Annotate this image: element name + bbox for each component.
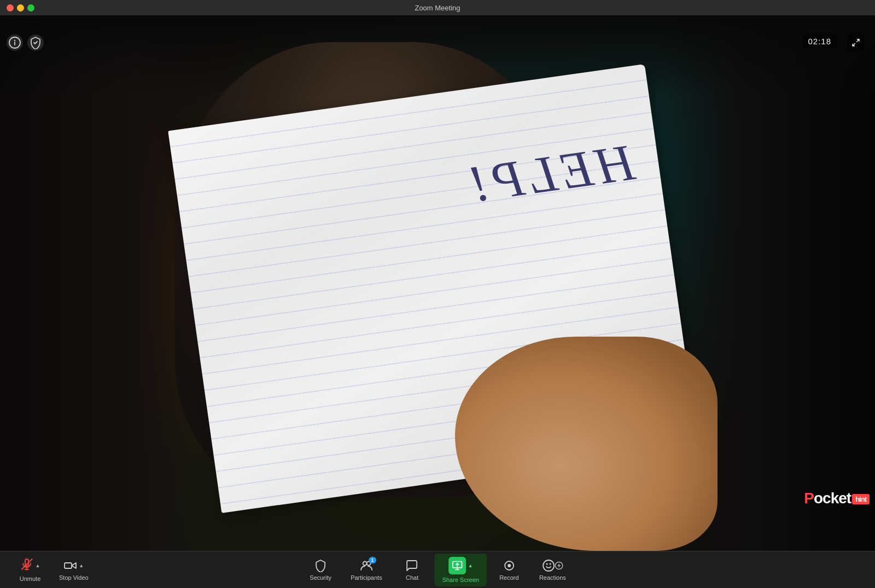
video-icon	[63, 559, 77, 572]
window-title: Zoom Meeting	[415, 4, 460, 12]
chat-icon-wrap	[406, 559, 419, 572]
reactions-plus-icon	[555, 561, 563, 570]
svg-line-3	[856, 39, 859, 42]
toolbar-center: Security 1 Participants Chat	[301, 554, 574, 586]
unmute-icon-wrap: ▲	[20, 558, 40, 573]
security-icon	[314, 559, 327, 572]
microphone-icon	[20, 558, 33, 571]
svg-rect-8	[65, 563, 72, 568]
chat-icon	[406, 559, 419, 572]
info-icon	[8, 36, 21, 49]
meeting-timer: 02:18	[802, 34, 837, 48]
participants-button[interactable]: 1 Participants	[343, 556, 389, 584]
share-screen-chevron[interactable]: ▲	[468, 563, 473, 568]
minimize-button[interactable]	[17, 4, 24, 11]
unmute-button[interactable]: ▲ Unmute	[11, 555, 49, 585]
share-screen-icon-wrap: ▲	[448, 557, 473, 574]
reactions-label: Reactions	[539, 574, 566, 581]
stop-video-label: Stop Video	[59, 574, 89, 581]
reactions-button[interactable]: Reactions	[532, 556, 574, 584]
title-bar: Zoom Meeting	[0, 0, 875, 15]
watermark: Pockethint	[804, 490, 870, 507]
security-icon-wrap	[314, 559, 327, 572]
record-button[interactable]: Record	[490, 556, 528, 584]
reactions-icon-wrap	[542, 559, 563, 572]
shield-icon-top	[29, 36, 42, 49]
chat-label: Chat	[406, 574, 418, 581]
record-icon	[503, 559, 516, 572]
video-background: HELP!	[0, 15, 875, 551]
maximize-button[interactable]	[27, 4, 34, 11]
bg-left	[0, 15, 192, 551]
svg-rect-5	[25, 559, 28, 566]
stop-video-icon-wrap: ▲	[63, 559, 84, 572]
security-label: Security	[310, 574, 331, 581]
participants-icon-wrap: 1	[360, 559, 373, 572]
share-screen-icon	[452, 560, 463, 571]
svg-point-16	[508, 564, 511, 567]
stop-video-button[interactable]: ▲ Stop Video	[51, 556, 96, 584]
chat-button[interactable]: Chat	[393, 556, 431, 584]
info-button[interactable]	[7, 34, 23, 51]
security-button[interactable]: Security	[301, 556, 340, 584]
shield-button[interactable]	[27, 34, 44, 51]
video-area: HELP! 02:18	[0, 15, 875, 551]
svg-line-4	[853, 43, 855, 46]
svg-point-10	[363, 561, 366, 565]
share-screen-label: Share Screen	[442, 577, 479, 583]
paper-text: HELP!	[225, 136, 638, 244]
record-label: Record	[499, 574, 518, 581]
toolbar-left: ▲ Unmute ▲ Stop Video	[11, 555, 96, 585]
svg-point-17	[543, 560, 554, 571]
participants-label: Participants	[351, 574, 382, 581]
top-controls	[7, 34, 44, 51]
share-screen-active-bg	[448, 557, 466, 574]
record-icon-wrap	[503, 559, 516, 572]
reactions-icon	[542, 559, 555, 572]
close-button[interactable]	[7, 4, 14, 11]
fullscreen-icon	[851, 38, 860, 47]
share-screen-button[interactable]: ▲ Share Screen	[435, 554, 487, 586]
svg-marker-9	[72, 563, 76, 568]
video-chevron[interactable]: ▲	[79, 563, 84, 568]
toolbar: ▲ Unmute ▲ Stop Video Securi	[0, 551, 875, 588]
hand	[455, 337, 718, 551]
traffic-lights	[0, 4, 34, 11]
participants-badge: 1	[369, 557, 376, 563]
unmute-chevron[interactable]: ▲	[36, 563, 40, 568]
fullscreen-button[interactable]	[848, 34, 864, 51]
unmute-label: Unmute	[20, 575, 41, 582]
